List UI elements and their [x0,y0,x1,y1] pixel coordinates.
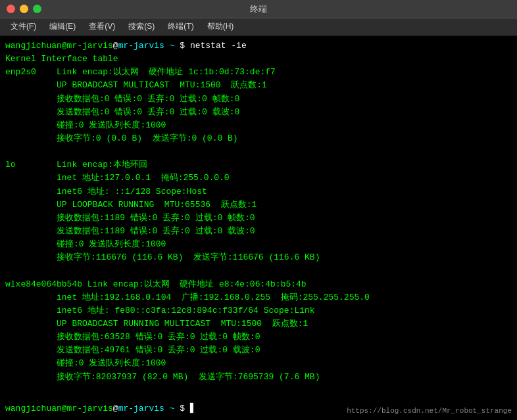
line-enp2s0-3: 接收数据包:0 错误:0 丢弃:0 过载:0 帧数:0 [5,94,239,104]
prompt-line-2: wangjichuan@mr-jarvis@mr-jarvis ~ $ ▋ [5,402,195,415]
line-lo-2: inet 地址:127.0.0.1 掩码:255.0.0.0 [5,173,230,183]
line-lo-7: 碰撞:0 发送队列长度:1000 [5,239,166,249]
menu-view[interactable]: 查看(V) [84,20,120,34]
line-enp2s0-6: 接收字节:0 (0.0 B) 发送字节:0 (0.0 B) [5,133,238,143]
line-lo-1: lo Link encap:本地环回 [5,160,157,170]
terminal-content: wangjichuan@mr-jarvis@mr-jarvis ~ $ nets… [5,39,512,384]
prompt-symbol-2: $ [180,404,185,413]
line-wlx-3: inet6 地址: fe80::c3fa:12c8:894c:f33f/64 S… [5,306,315,315]
menu-bar: 文件(F) 编辑(E) 查看(V) 搜索(S) 终端(T) 帮助(H) [0,18,517,35]
menu-file[interactable]: 文件(F) [5,20,41,34]
prompt-machine-1: mr-jarvis [118,41,164,51]
line-enp2s0-5: 碰撞:0 发送队列长度:1000 [5,120,171,130]
line-wlx-1: wlxe84e064bb54b Link encap:以太网 硬件地址 e8:4… [5,279,316,289]
line-lo-3: inet6 地址: ::1/128 Scope:Host [5,187,207,197]
line-lo-5: 接收数据包:1189 错误:0 丢弃:0 过载:0 帧数:0 [5,213,255,223]
menu-help[interactable]: 帮助(H) [202,20,239,34]
line-lo-6: 发送数据包:1189 错误:0 丢弃:0 过载:0 载波:0 [5,226,255,236]
prompt-cmd-1: netstat -ie [190,41,247,51]
line-wlx-4: UP BROADCAST RUNNING MULTICAST MTU:1500 … [5,319,308,329]
maximize-button[interactable] [33,5,41,13]
line-wlx-5: 接收数据包:63528 错误:0 丢弃:0 过载:0 帧数:0 [5,332,260,342]
prompt-user-1: wangjichuan@mr-jarvis [5,41,113,51]
menu-terminal[interactable]: 终端(T) [162,20,199,34]
bottom-prompt-bar: wangjichuan@mr-jarvis@mr-jarvis ~ $ ▋ ht… [0,398,517,420]
line-kernel: Kernel Interface table [5,54,118,64]
terminal-area[interactable]: wangjichuan@mr-jarvis@mr-jarvis ~ $ nets… [0,35,517,420]
menu-search[interactable]: 搜索(S) [123,20,160,34]
minimize-button[interactable] [20,5,28,13]
line-wlx-6: 发送数据包:49761 错误:0 丢弃:0 过载:0 载波:0 [5,345,260,355]
line-enp2s0-4: 发送数据包:0 错误:0 丢弃:0 过载:0 载波:0 [5,107,239,117]
line-lo-8: 接收字节:116676 (116.6 KB) 发送字节:116676 (116.… [5,252,320,262]
close-button[interactable] [7,5,15,13]
prompt-machine-2: mr-jarvis [118,404,164,413]
window-controls[interactable] [7,5,41,13]
line-enp2s0-2: UP BROADCAST MULTICAST MTU:1500 跃点数:1 [5,80,267,90]
line-wlx-8: 接收字节:82037937 (82.0 MB) 发送字节:7695739 (7.… [5,372,320,382]
watermark-text: https://blog.csdn.net/Mr_robot_strange [347,407,512,415]
line-lo-4: UP LOOPBACK RUNNING MTU:65536 跃点数:1 [5,200,257,210]
line-wlx-2: inet 地址:192.168.0.104 广播:192.168.0.255 掩… [5,292,370,302]
line-wlx-7: 碰撞:0 发送队列长度:1000 [5,358,166,368]
line-enp2s0-1: enp2s0 Link encap:以太网 硬件地址 1c:1b:0d:73:d… [5,67,285,77]
title-bar: 终端 [0,0,517,18]
prompt-user-2: wangjichuan@mr-jarvis [5,404,113,413]
window-title: 终端 [250,3,267,15]
cursor: ▋ [185,404,195,413]
menu-edit[interactable]: 编辑(E) [44,20,81,34]
